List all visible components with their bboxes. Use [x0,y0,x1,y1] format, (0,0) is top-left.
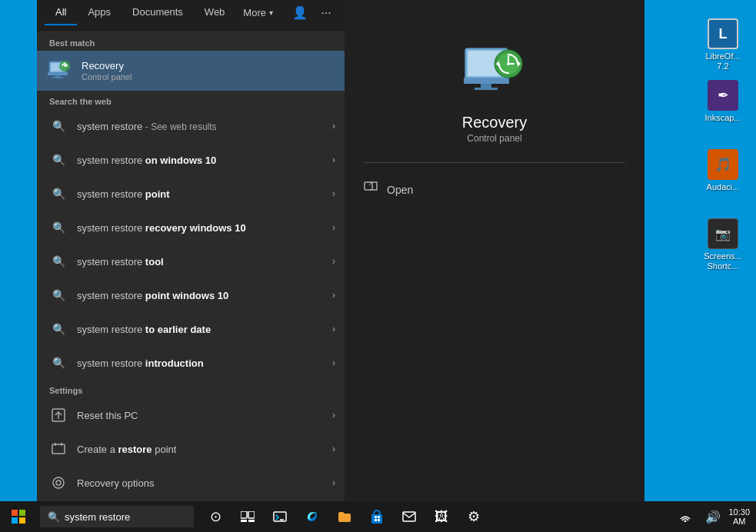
svg-rect-40 [375,519,377,521]
taskbar-photos-icon[interactable]: 🖼 [426,501,457,532]
web-item-1[interactable]: 🔍 system restore on windows 10 › [37,143,345,177]
web-item-7[interactable]: 🔍 system restore introduction › [37,346,345,380]
web-arrow-3: › [332,222,335,233]
svg-rect-27 [12,510,18,516]
svg-rect-37 [371,514,382,524]
taskbar-terminal-icon[interactable] [265,501,295,532]
svg-point-11 [53,477,64,488]
svg-rect-42 [403,512,415,521]
start-button[interactable] [0,501,37,532]
svg-point-12 [56,480,61,485]
settings-arrow-0: › [332,410,335,421]
desktop-icon-inkscape[interactable]: ✒ Inkscap... [696,77,750,126]
taskbar-mail-icon[interactable] [394,501,425,532]
settings-label: Settings [37,380,345,398]
web-item-text-0: system restore - See web results [77,121,332,132]
search-icon-2: 🔍 [46,181,71,206]
search-icon-3: 🔍 [46,215,71,240]
web-arrow-6: › [332,324,335,334]
detail-panel: Recovery Control panel Open [345,0,644,501]
svg-rect-33 [241,520,247,522]
open-action[interactable]: Open [364,175,625,204]
search-icon-5: 🔍 [46,283,71,308]
detail-subtitle: Control panel [467,133,521,144]
svg-rect-17 [475,88,498,90]
web-item-2[interactable]: 🔍 system restore point › [37,177,345,211]
best-match-item[interactable]: Recovery Control panel [37,51,345,91]
svg-rect-28 [19,510,25,516]
svg-rect-29 [12,517,18,524]
taskbar-volume-icon[interactable]: 🔊 [701,501,725,532]
svg-rect-31 [241,511,247,518]
web-item-text-2: system restore point [77,188,332,200]
search-icon-7: 🔍 [46,351,71,375]
svg-rect-39 [378,516,380,518]
web-item-text-5: system restore point windows 10 [77,290,332,301]
tab-web[interactable]: Web [194,0,236,25]
settings-item-2[interactable]: Recovery options › [37,466,345,500]
svg-rect-38 [375,516,377,518]
taskbar-search-box[interactable]: 🔍 [40,506,194,527]
taskbar-pinned-icons: ⊙ [200,501,489,532]
tabs-bar: All Apps Documents Web More ▾ 👤 ··· [37,0,345,32]
taskbar-search-input[interactable] [65,511,180,523]
best-match-title: Recovery [82,60,335,73]
taskbar-fileexplorer-icon[interactable] [329,501,360,532]
svg-rect-30 [19,517,25,524]
web-item-0[interactable]: 🔍 system restore - See web results › [37,109,345,143]
taskbar-settings-icon[interactable]: ⚙ [458,501,489,532]
tab-more-label: More [243,7,266,18]
search-icon-1: 🔍 [46,148,71,172]
web-item-4[interactable]: 🔍 system restore tool › [37,244,345,278]
search-icon-0: 🔍 [46,114,71,138]
settings-arrow-2: › [332,477,335,488]
search-panel: All Apps Documents Web More ▾ 👤 ··· Best… [37,0,345,501]
web-arrow-2: › [332,188,335,199]
settings-text-2: Recovery options [77,477,332,489]
start-menu: All Apps Documents Web More ▾ 👤 ··· Best… [37,0,644,501]
recovery-icon-small [46,57,74,85]
user-icon[interactable]: 👤 [289,2,311,24]
settings-text-1: Create a restore point [77,444,332,455]
web-item-text-4: system restore tool [77,256,332,268]
best-match-subtitle: Control panel [82,72,335,81]
svg-rect-41 [378,519,380,521]
svg-rect-34 [248,520,255,522]
web-item-5[interactable]: 🔍 system restore point windows 10 › [37,278,345,312]
detail-divider [364,162,625,163]
settings-icon-1 [46,437,71,461]
tab-apps[interactable]: Apps [77,0,122,25]
desktop-icon-audacity[interactable]: 🎵 Audaci... [696,146,750,195]
settings-icon-2 [46,470,71,495]
settings-item-1[interactable]: Create a restore point › [37,432,345,466]
tab-all[interactable]: All [45,0,77,25]
svg-point-43 [684,520,687,523]
web-item-6[interactable]: 🔍 system restore to earlier date › [37,312,345,346]
web-item-text-6: system restore to earlier date [77,324,332,335]
taskbar-network-icon[interactable] [673,501,698,532]
taskbar: 🔍 ⊙ [0,501,756,532]
web-arrow-0: › [332,121,335,131]
tab-documents[interactable]: Documents [122,0,194,25]
taskbar-taskview-icon[interactable] [232,501,263,532]
desktop-icon-screenshot[interactable]: 📷 Screens...Shortc... [696,215,750,274]
web-item-text-3: system restore recovery windows 10 [77,222,332,234]
web-item-text-1: system restore on windows 10 [77,155,332,166]
taskbar-cortana-icon[interactable]: ⊙ [200,501,231,532]
settings-arrow-1: › [332,444,335,454]
settings-item-0[interactable]: Reset this PC › [37,398,345,432]
taskbar-edge-icon[interactable] [297,501,328,532]
taskbar-store-icon[interactable] [361,501,392,532]
search-results-list: Best match Recovery [37,32,345,501]
svg-rect-15 [464,78,509,84]
web-arrow-5: › [332,290,335,301]
web-item-3[interactable]: 🔍 system restore recovery windows 10 › [37,211,345,244]
detail-title: Recovery [462,114,527,131]
search-web-label: Search the web [37,91,345,109]
web-arrow-4: › [332,256,335,267]
desktop-icon-libreoffice[interactable]: L LibreOf...7.2 [696,15,750,75]
taskbar-clock[interactable]: 10:30 AM [728,507,750,526]
tab-more[interactable]: More ▾ [235,1,281,25]
ellipsis-icon[interactable]: ··· [315,2,337,24]
open-label: Open [387,184,413,196]
